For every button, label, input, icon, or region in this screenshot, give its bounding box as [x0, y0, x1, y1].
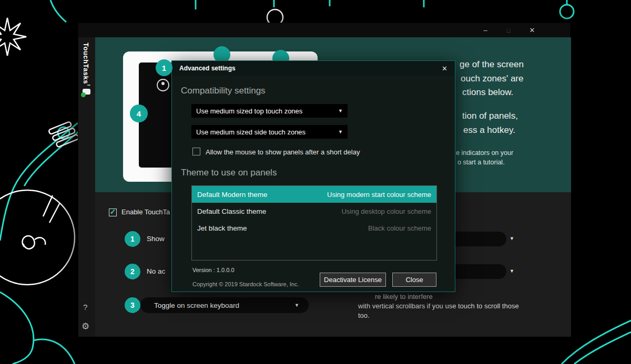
zone-3-badge: 3 — [125, 297, 140, 313]
theme-name: Default Modern theme — [197, 191, 268, 199]
theme-list-item[interactable]: Default Classic theme Using desktop colo… — [192, 203, 436, 220]
enable-touchtasks-label: Enable TouchTa — [121, 208, 170, 216]
mouse-delay-label: Allow the mouse to show panels after a s… — [206, 148, 360, 156]
sidebar: TouchTasks™ ? ⚙ — [78, 37, 95, 337]
hero-text-fragment: e indicators on your — [456, 149, 513, 157]
enable-touchtasks-checkbox[interactable]: ✓ — [109, 209, 117, 216]
check-icon: ✓ — [110, 208, 116, 215]
zone-1-label: Show — [147, 235, 165, 243]
theme-name: Jet black theme — [197, 224, 247, 232]
dialog-close-button[interactable]: Close — [392, 273, 436, 287]
theme-list-item[interactable]: Jet black theme Black colour scheme — [192, 220, 436, 236]
theme-list-item[interactable]: Default Modern theme Using modern start … — [192, 186, 436, 203]
hero-text-fragment: ge of the screen — [460, 59, 524, 70]
zone-3-action-value: Toggle on screen keyboard — [154, 301, 239, 309]
theme-desc: Using desktop colour scheme — [341, 207, 431, 215]
note-line: too. — [358, 311, 370, 319]
theme-desc: Using modern start colour scheme — [327, 191, 431, 199]
help-icon[interactable]: ? — [83, 303, 87, 311]
zone-1-badge: 1 — [125, 231, 140, 247]
zone-2-label: No ac — [147, 267, 165, 275]
deactivate-license-button[interactable]: Deactivate License — [320, 273, 386, 287]
settings-gear-icon[interactable]: ⚙ — [82, 321, 89, 332]
note-line: with vertical scrollbars if you use touc… — [358, 302, 519, 310]
top-touch-zones-value: Use medium sized top touch zones — [196, 107, 302, 115]
hero-text-fragment: ctions below. — [462, 87, 513, 98]
theme-header: Theme to use on panels — [181, 168, 277, 178]
touch-zone-1: 1 — [156, 59, 172, 76]
theme-list: Default Modern theme Using modern start … — [191, 185, 437, 261]
dialog-titlebar: Advanced settings ✕ — [172, 61, 455, 76]
mouse-delay-checkbox[interactable] — [192, 148, 200, 155]
zone-2-badge: 2 — [125, 264, 140, 279]
side-touch-zones-dropdown[interactable]: Use medium sized side touch zones ▼ — [191, 125, 348, 139]
theme-desc: Black colour scheme — [368, 224, 431, 232]
advanced-settings-dialog: Advanced settings ✕ Compatibility settin… — [171, 60, 455, 292]
touchtasks-badge-icon — [81, 89, 91, 98]
tap-gesture-icon — [156, 78, 170, 92]
chevron-down-icon: ▼ — [338, 130, 343, 134]
copyright-label: Copyright © 2019 Stardock Software, Inc. — [192, 281, 299, 287]
theme-name: Default Classic theme — [197, 207, 266, 215]
chevron-down-icon: ▼ — [510, 269, 514, 274]
touch-zone-4: 4 — [130, 105, 148, 122]
window-titlebar: – □ ✕ — [78, 23, 570, 37]
maximize-icon[interactable]: □ — [501, 23, 516, 37]
trademark: ™ — [87, 84, 90, 88]
close-icon[interactable]: ✕ — [525, 23, 540, 37]
note-line: re likely to interfere — [375, 293, 433, 300]
version-label: Version : 1.0.0.0 — [192, 267, 235, 273]
dialog-close-icon[interactable]: ✕ — [442, 65, 447, 72]
chevron-down-icon: ▼ — [294, 303, 299, 308]
app-logo: TouchTasks™ — [82, 43, 90, 88]
minimize-icon[interactable]: – — [478, 23, 493, 37]
zone-3-action-dropdown[interactable]: Toggle on screen keyboard ▼ — [140, 297, 309, 313]
hero-text-fragment: ouch zones' are — [461, 74, 524, 84]
compatibility-settings-header: Compatibility settings — [181, 86, 266, 96]
dialog-title: Advanced settings — [179, 65, 236, 72]
hero-text-fragment: o start a tutorial. — [457, 159, 505, 166]
side-touch-zones-value: Use medium sized side touch zones — [196, 128, 306, 136]
hero-text-fragment: ess a hotkey. — [463, 125, 515, 136]
chevron-down-icon: ▼ — [338, 109, 343, 113]
top-touch-zones-dropdown[interactable]: Use medium sized top touch zones ▼ — [191, 104, 348, 118]
hero-text-fragment: tion of panels, — [462, 111, 518, 121]
chevron-down-icon: ▼ — [510, 236, 514, 241]
